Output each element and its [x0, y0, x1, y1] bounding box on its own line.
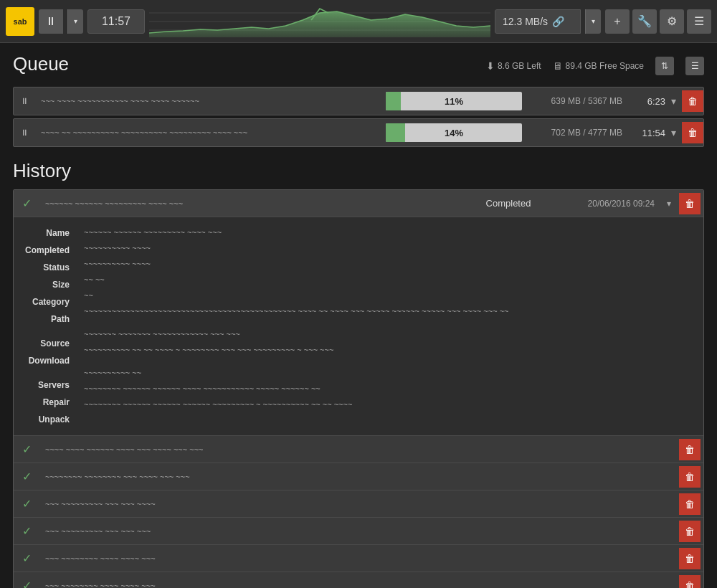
queue-actions: ▾ — [665, 125, 682, 140]
queue-size: 702 MB / 4777 MB — [522, 128, 630, 138]
svg-marker-3 — [149, 11, 490, 37]
history-delete-button[interactable]: 🗑 — [679, 548, 701, 569]
queue-meta: ⬇ 8.6 GB Left 🖥 89.4 GB Free Space ⇅ ☰ — [486, 57, 704, 75]
history-title: History — [13, 160, 704, 182]
queue-title: Queue — [13, 53, 69, 75]
history-row: ✓ ~~~~ ~~~~ ~~~~~~ ~~~~ ~~~ ~~~~ ~~~ ~~~… — [14, 436, 703, 463]
add-button[interactable]: + — [605, 9, 630, 34]
queue-row: ⏸ ~~~ ~~~~ ~~~~~~~~~~~ ~~~~ ~~~~ ~~~~~~ … — [13, 87, 704, 115]
expanded-values: ~~~~~~ ~~~~~~ ~~~~~~~~~ ~~~~ ~~~ ~~~~~~~… — [78, 217, 703, 435]
queue-progress-area: 14% 702 MB / 4777 MB — [386, 123, 630, 142]
history-check: ✓ — [14, 497, 39, 511]
history-delete-button[interactable]: 🗑 — [679, 575, 701, 589]
gear-button[interactable]: ⚙ — [660, 9, 684, 34]
history-row: ✓ ~~~~~~ ~~~~~~ ~~~~~~~~~ ~~~~ ~~~ Compl… — [14, 190, 703, 217]
top-icon-group: + 🔧 ⚙ ☰ — [605, 9, 711, 34]
expanded-labels: Name Completed Status Size Category Path… — [14, 217, 78, 435]
history-delete-button[interactable]: 🗑 — [679, 466, 701, 488]
history-check: ✓ — [14, 579, 39, 588]
history-table: ✓ ~~~~~~ ~~~~~~ ~~~~~~~~~ ~~~~ ~~~ Compl… — [13, 189, 704, 588]
history-name: ~~~~~~ ~~~~~~ ~~~~~~~~~ ~~~~ ~~~ — [39, 199, 473, 208]
history-row: ✓ ~~~ ~~~~~~~~~ ~~~ ~~~ ~~~~ 🗑 — [14, 490, 703, 518]
queue-menu-button[interactable]: ☰ — [685, 57, 704, 75]
history-row: ✓ ~~~~~~~~ ~~~~~~~~ ~~~ ~~~~ ~~~ ~~~ 🗑 — [14, 463, 703, 490]
queue-delete-button[interactable]: 🗑 — [682, 90, 703, 112]
history-check: ✓ — [14, 442, 39, 456]
history-expand-button[interactable]: ▾ — [659, 199, 679, 209]
pause-button[interactable]: ⏸ — [39, 9, 63, 34]
queue-row-name: ~~~~ ~~ ~~~~~~~~~~ ~~~~~~~~~~ ~~~~~~~~~ … — [35, 128, 386, 137]
history-name: ~~~ ~~~~~~~~~ ~~~ ~~~ ~~~~ — [39, 500, 473, 508]
queue-row: ⏸ ~~~~ ~~ ~~~~~~~~~~ ~~~~~~~~~~ ~~~~~~~~… — [13, 118, 704, 147]
history-status: Completed — [473, 198, 544, 209]
speed-display: 12.3 MB/s 🔗 — [495, 9, 581, 34]
queue-row-name: ~~~ ~~~~ ~~~~~~~~~~~ ~~~~ ~~~~ ~~~~~~ — [35, 97, 386, 105]
queue-time: 6:23 — [630, 96, 665, 107]
history-name: ~~~ ~~~~~~~~~ ~~~ ~~~ ~~~ — [39, 527, 473, 536]
wrench-button[interactable]: 🔧 — [632, 9, 657, 34]
topbar: sab ⏸ ▾ 11:57 12.3 MB/s 🔗 — [0, 0, 717, 43]
queue-expand-button[interactable]: ▾ — [670, 125, 678, 140]
queue-row-pause[interactable]: ⏸ — [14, 128, 35, 138]
queue-row-pause[interactable]: ⏸ — [14, 96, 35, 106]
queue-size: 639 MB / 5367 MB — [522, 96, 630, 106]
queue-sort-button[interactable]: ⇅ — [655, 57, 674, 75]
speed-dropdown-button[interactable]: ▾ — [585, 9, 601, 34]
queue-progress-area: 11% 639 MB / 5367 MB — [386, 92, 630, 110]
free-space: 🖥 89.4 GB Free Space — [553, 60, 644, 72]
history-check: ✓ — [14, 470, 39, 483]
queue-section: Queue ⬇ 8.6 GB Left 🖥 89.4 GB Free Space… — [13, 53, 704, 147]
history-row: ✓ ~~~ ~~~~~~~~ ~~~~ ~~~~ ~~~ 🗑 — [14, 545, 703, 572]
history-section: History ✓ ~~~~~~ ~~~~~~ ~~~~~~~~~ ~~~~ ~… — [13, 160, 704, 588]
history-name: ~~~~ ~~~~ ~~~~~~ ~~~~ ~~~ ~~~~ ~~~ ~~~ — [39, 445, 473, 454]
history-name: ~~~ ~~~~~~~~ ~~~~ ~~~~ ~~~ — [39, 554, 473, 563]
history-name: ~~~ ~~~~~~~~ ~~~~ ~~~~ ~~~ — [39, 582, 473, 589]
main-content: Queue ⬇ 8.6 GB Left 🖥 89.4 GB Free Space… — [0, 43, 717, 588]
queue-actions: ▾ — [665, 94, 682, 108]
history-name: ~~~~~~~~ ~~~~~~~~ ~~~ ~~~~ ~~~ ~~~ — [39, 473, 473, 481]
queue-expand-button[interactable]: ▾ — [670, 94, 678, 108]
history-delete-button[interactable]: 🗑 — [679, 193, 701, 214]
progress-bar: 11% — [386, 92, 522, 110]
menu-button[interactable]: ☰ — [687, 9, 711, 34]
history-row: ✓ ~~~ ~~~~~~~~~ ~~~ ~~~ ~~~ 🗑 — [14, 518, 703, 545]
history-check: ✓ — [14, 551, 39, 565]
logo: sab — [6, 7, 34, 36]
history-delete-button[interactable]: 🗑 — [679, 521, 701, 542]
progress-bar: 14% — [386, 123, 522, 142]
queue-time: 11:54 — [630, 128, 665, 138]
gb-left: ⬇ 8.6 GB Left — [486, 60, 541, 72]
pause-dropdown-button[interactable]: ▾ — [67, 9, 83, 34]
time-display: 11:57 — [87, 9, 145, 34]
queue-delete-button[interactable]: 🗑 — [682, 122, 703, 143]
history-delete-button[interactable]: 🗑 — [679, 439, 701, 460]
history-date: 20/06/2016 09:24 — [544, 199, 659, 209]
history-expanded-panel: Name Completed Status Size Category Path… — [14, 217, 703, 436]
link-icon: 🔗 — [552, 16, 564, 27]
speed-chart — [149, 6, 490, 37]
history-row: ✓ ~~~ ~~~~~~~~ ~~~~ ~~~~ ~~~ 🗑 — [14, 572, 703, 588]
history-check: ✓ — [14, 524, 39, 538]
history-delete-button[interactable]: 🗑 — [679, 493, 701, 515]
history-check: ✓ — [14, 196, 39, 210]
